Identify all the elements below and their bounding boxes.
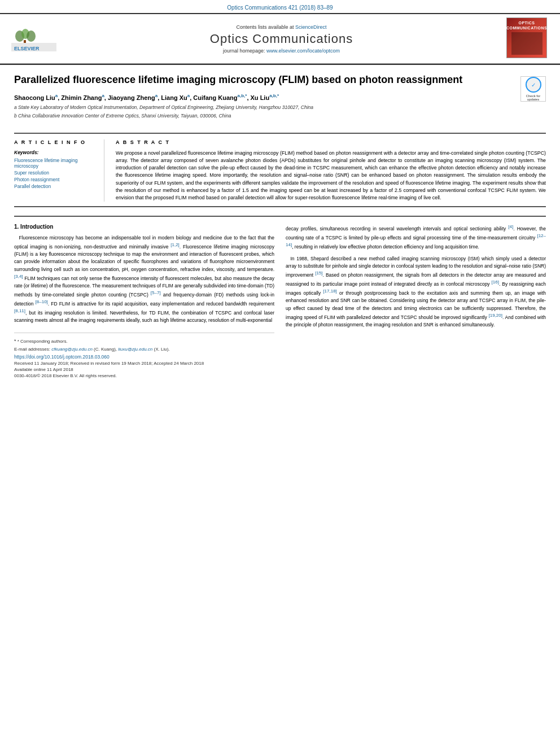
article-title: Parallelized fluorescence lifetime imagi… [14,73,512,86]
ref-16: [16] [492,279,499,285]
section1-title: 1. Introduction [14,224,274,230]
ref-19-20: [19,20] [488,313,502,318]
sciencedirect-link[interactable]: ScienceDirect [295,24,327,30]
check-updates-box: ✓ Check for updates [520,76,546,102]
cover-title: OPTICS COMMUNICATIONS [506,21,547,30]
intro-para-3: In 1988, Shepard described a new method … [286,255,546,329]
homepage-line: journal homepage: www.elsevier.com/locat… [56,48,506,54]
homepage-link[interactable]: www.elsevier.com/locate/optcom [266,48,340,54]
ref-8-10: [8–10] [36,299,48,304]
copyright-line: 0030-4018/© 2018 Elsevier B.V. All right… [14,373,274,378]
received-line: Received 11 January 2018; Received in re… [14,361,274,366]
keyword-2[interactable]: Super resolution [14,170,95,176]
ref-8-11: [8,11] [14,308,25,313]
ref-5-7: [5–7] [151,290,161,295]
article-title-section: Parallelized fluorescence lifetime imagi… [14,73,546,126]
elsevier-logo-svg: ELSEVIER [11,26,56,51]
email-line: E-mail addresses: cfkuang@zju.edu.cn (C.… [14,347,274,352]
journal-banner: ELSEVIER Contents lists available at Sci… [0,13,560,64]
journal-citation: Optics Communications 421 (2018) 83–89 [227,5,333,11]
keyword-4[interactable]: Parallel detection [14,184,95,189]
ref-3-4: [3,4] [14,274,23,279]
affiliation-b: b China Collaborative Innovation Center … [14,113,512,120]
abstract-header: A B S T R A C T [116,139,546,145]
email2-link[interactable]: liuxu@zju.edu.cn [118,347,152,352]
svg-text:ELSEVIER: ELSEVIER [14,46,40,51]
article-content: Parallelized fluorescence lifetime imagi… [0,64,560,387]
affiliation-a: a State Key Laboratory of Modern Optical… [14,104,512,111]
corresponding-note: * * Corresponding authors. [14,338,274,345]
body-content: 1. Introduction Fluorescence microscopy … [14,216,546,378]
intro-para-1: Fluorescence microscopy has become an in… [14,234,274,324]
journal-cover-area: OPTICS COMMUNICATIONS [506,18,549,60]
ref-1-2: [1,2] [170,242,180,247]
keywords-label: Keywords: [14,150,95,155]
keyword-3[interactable]: Photon reassignment [14,177,95,182]
ref-4: [4] [508,224,513,229]
col-left: 1. Introduction Fluorescence microscopy … [14,224,274,378]
article-title-main: Parallelized fluorescence lifetime imagi… [14,73,512,121]
contents-line: Contents lists available at ScienceDirec… [56,24,506,30]
available-line: Available online 11 April 2018 [14,367,274,372]
check-updates-widget: ✓ Check for updates [520,73,546,121]
abstract-section: A B S T R A C T We propose a novel paral… [116,139,546,202]
journal-title-area: Contents lists available at ScienceDirec… [56,24,506,54]
check-updates-label: Check for updates [521,94,545,101]
doi-line[interactable]: https://doi.org/10.1016/j.optcom.2018.03… [14,354,274,360]
cover-image-placeholder [511,32,542,55]
journal-cover-image: OPTICS COMMUNICATIONS [506,18,547,58]
col-right: decay profiles, simultaneous recording i… [286,224,546,378]
ref-17-18: [17,18] [323,289,336,294]
ref-12-14: [12–14] [286,233,546,247]
elsevier-logo-area: ELSEVIER [11,26,56,51]
journal-header: Optics Communications 421 (2018) 83–89 [0,0,560,13]
check-updates-icon: ✓ [526,77,541,93]
email1-link[interactable]: cfkuang@zju.edu.cn [51,347,93,352]
article-info-header: A R T I C L E I N F O [14,139,95,145]
svg-point-4 [27,30,36,42]
article-footer: * * Corresponding authors. E-mail addres… [14,333,274,378]
info-abstract-section: A R T I C L E I N F O Keywords: Fluoresc… [14,139,546,202]
authors-line: Shaocong Liua, Zhimin Zhanga, Jiaoyang Z… [14,93,512,101]
svg-rect-5 [24,40,26,43]
intro-para-2: decay profiles, simultaneous recording i… [286,224,546,251]
abstract-body-divider [14,206,546,207]
abstract-text: We propose a novel parallelized fluoresc… [116,150,546,202]
article-info-panel: A R T I C L E I N F O Keywords: Fluoresc… [14,139,104,202]
title-divider [14,133,546,134]
keyword-1[interactable]: Fluorescence lifetime imaging microscopy [14,158,95,169]
journal-title-banner: Optics Communications [56,32,506,46]
ref-15: [15] [315,270,322,276]
